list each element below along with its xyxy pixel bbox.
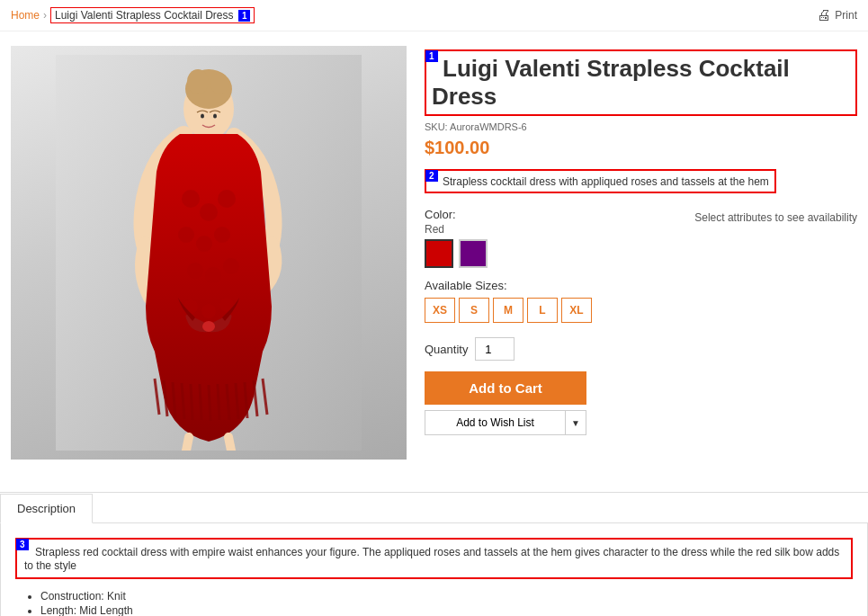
short-desc-badge: 2 [425,170,438,182]
breadcrumb-separator: › [43,9,47,22]
product-image [11,46,407,460]
breadcrumb: Home › Luigi Valenti Strapless Cocktail … [0,0,868,31]
short-description-wrap: 2 Strapless cocktail dress with applique… [425,169,776,193]
product-price: $100.00 [425,138,857,158]
svg-point-6 [200,203,218,221]
tabs-section: Description 3 Strapless red cocktail dre… [0,492,868,616]
svg-point-4 [210,73,228,94]
long-description-wrap: 3 Strapless red cocktail dress with empi… [15,538,853,579]
printer-icon: 🖨 [817,7,831,23]
availability-note: Select attributes to see availability [694,211,857,224]
chevron-down-icon: ▼ [571,418,580,428]
size-button-l[interactable]: L [527,298,558,323]
add-to-wish-list-button[interactable]: Add to Wish List [425,410,565,435]
svg-point-13 [223,258,239,274]
sizes-label: Available Sizes: [425,279,857,292]
quantity-label: Quantity [425,343,468,356]
size-button-xs[interactable]: XS [425,298,455,323]
title-badge: 1 [425,50,438,62]
svg-point-12 [205,267,221,283]
color-swatch-red[interactable] [425,239,453,268]
long-desc-badge: 3 [16,539,29,550]
product-image-wrap [11,46,407,460]
svg-point-11 [187,263,203,279]
size-buttons: XS S M L XL [425,298,857,323]
selected-color-name: Red [425,223,857,236]
sizes-section: Available Sizes: XS S M L XL [425,279,857,323]
breadcrumb-home-link[interactable]: Home [11,9,40,22]
tabs-nav: Description [0,493,868,522]
size-button-m[interactable]: M [493,298,523,323]
svg-point-3 [187,69,209,94]
tab-description[interactable]: Description [0,494,93,523]
product-details: 1 Luigi Valenti Strapless Cocktail Dress… [425,46,857,460]
svg-point-17 [202,321,215,332]
size-button-xl[interactable]: XL [561,298,592,323]
svg-point-18 [201,114,204,119]
color-swatches [425,239,857,268]
svg-point-5 [182,190,200,208]
svg-point-10 [214,227,230,243]
short-description: Strapless cocktail dress with appliqued … [432,175,769,188]
breadcrumb-current: Luigi Valenti Strapless Cocktail Dress 1 [50,7,255,23]
svg-point-9 [196,236,212,252]
spec-length: Length: Mid Length [40,604,853,616]
product-title-wrap: 1 Luigi Valenti Strapless Cocktail Dress [425,49,857,116]
svg-point-15 [201,304,216,318]
quantity-input[interactable] [475,337,515,361]
wish-list-row: Add to Wish List ▼ [425,410,586,435]
product-title: Luigi Valenti Strapless Cocktail Dress [432,55,790,110]
tab-content: 3 Strapless red cocktail dress with empi… [0,522,868,616]
size-button-s[interactable]: S [459,298,489,323]
svg-point-19 [213,114,217,119]
long-description: Strapless red cocktail dress with empire… [24,546,839,572]
svg-point-8 [178,227,194,243]
color-swatch-purple[interactable] [459,239,488,268]
quantity-row: Quantity [425,337,857,361]
print-label: Print [835,9,857,22]
specs-list: Construction: Knit Length: Mid Length Ma… [15,590,853,616]
print-button[interactable]: 🖨 Print [817,7,857,23]
product-sku: SKU: AuroraWMDRS-6 [425,121,857,132]
product-container: 1 Luigi Valenti Strapless Cocktail Dress… [0,31,868,474]
add-to-cart-button[interactable]: Add to Cart [425,371,586,405]
svg-point-7 [218,190,236,208]
wish-list-dropdown-button[interactable]: ▼ [565,410,586,435]
breadcrumb-badge: 1 [238,10,251,22]
spec-construction: Construction: Knit [40,590,853,603]
